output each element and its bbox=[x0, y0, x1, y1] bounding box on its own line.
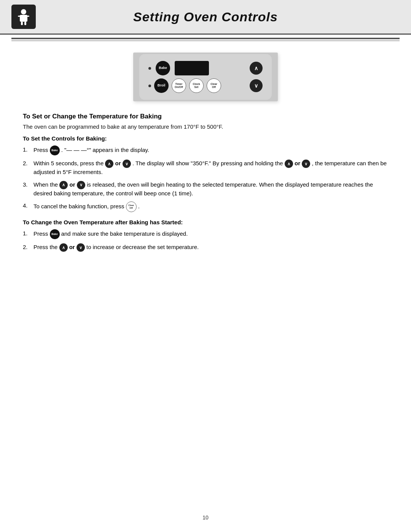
step-1-num: 1. bbox=[23, 145, 33, 154]
main-section-title: To Set or Change the Temperature for Bak… bbox=[23, 113, 388, 120]
main-section-intro: The oven can be programmed to bake at an… bbox=[23, 123, 388, 130]
down-arrow-inline-1: ∨ bbox=[123, 160, 131, 168]
bake-inline-btn-2: Bake bbox=[50, 229, 60, 239]
panel-top-row: Bake ∧ bbox=[148, 61, 263, 75]
display-screen bbox=[175, 61, 209, 75]
svg-rect-3 bbox=[26, 16, 29, 17]
page-title: Setting Oven Controls bbox=[43, 10, 400, 24]
change-step-2-content: Press the ∧ or ∨ to increase or decrease… bbox=[33, 243, 388, 252]
step-3-num: 3. bbox=[23, 181, 33, 189]
subsection2-steps: 1. Press Bake and make sure the bake tem… bbox=[23, 229, 388, 252]
step-2-num: 2. bbox=[23, 159, 33, 168]
step-2: 2. Within 5 seconds, press the ∧ or ∨ . … bbox=[23, 159, 388, 177]
subsection1-title: To Set the Controls for Baking: bbox=[23, 135, 388, 142]
broil-button-panel: Broil bbox=[154, 78, 169, 93]
panel-dot-top bbox=[148, 67, 151, 70]
down-arrow-inline-2: ∨ bbox=[302, 160, 310, 168]
step-1-content: Press Bake . "— — —°" appears in the dis… bbox=[33, 145, 388, 155]
up-arrow-inline-2: ∧ bbox=[285, 160, 293, 168]
main-content: To Set or Change the Temperature for Bak… bbox=[0, 109, 411, 274]
svg-rect-5 bbox=[24, 22, 26, 25]
up-arrow-inline-1: ∧ bbox=[105, 160, 113, 168]
thick-line bbox=[11, 38, 400, 39]
page-footer: 10 bbox=[0, 514, 411, 521]
up-arrow-inline-4: ∧ bbox=[59, 243, 68, 252]
step-1: 1. Press Bake . "— — —°" appears in the … bbox=[23, 145, 388, 155]
svg-rect-1 bbox=[20, 15, 27, 22]
step-3: 3. When the ∧ or ∨ is released, the oven… bbox=[23, 181, 388, 198]
up-arrow-inline-3: ∧ bbox=[59, 181, 68, 189]
change-step-1-num: 1. bbox=[23, 229, 33, 238]
subsection1-steps: 1. Press Bake . "— — —°" appears in the … bbox=[23, 145, 388, 212]
step-3-content: When the ∧ or ∨ is released, the oven wi… bbox=[33, 181, 388, 198]
decorative-lines bbox=[0, 35, 411, 41]
change-step-2: 2. Press the ∧ or ∨ to increase or decre… bbox=[23, 243, 388, 252]
clear-button-panel: ClearOff bbox=[207, 78, 221, 93]
step-4-num: 4. bbox=[23, 201, 33, 210]
control-panel-area: Bake ∧ Broil TimerOn/Off ClockSet ClearO… bbox=[0, 41, 411, 109]
clock-button-panel: ClockSet bbox=[189, 78, 204, 93]
bake-button-panel: Bake bbox=[156, 61, 170, 75]
svg-rect-4 bbox=[21, 22, 23, 25]
svg-rect-2 bbox=[18, 16, 21, 17]
step-2-content: Within 5 seconds, press the ∧ or ∨ . The… bbox=[33, 159, 388, 177]
panel-dot-bottom bbox=[148, 85, 151, 87]
change-step-1: 1. Press Bake and make sure the bake tem… bbox=[23, 229, 388, 239]
svg-point-0 bbox=[21, 9, 26, 14]
subsection2-title: To Change the Oven Temperature after Bak… bbox=[23, 219, 388, 225]
down-arrow-inline-4: ∨ bbox=[76, 243, 85, 252]
change-step-1-content: Press Bake and make sure the bake temper… bbox=[33, 229, 388, 239]
change-step-2-num: 2. bbox=[23, 243, 33, 252]
up-arrow-panel: ∧ bbox=[250, 62, 263, 75]
step-4-content: To cancel the baking function, press Cle… bbox=[33, 201, 388, 212]
timer-button-panel: TimerOn/Off bbox=[172, 78, 186, 93]
clear-inline-btn: ClearOff bbox=[126, 201, 137, 212]
panel-bottom-row: Broil TimerOn/Off ClockSet ClearOff ∨ bbox=[148, 78, 263, 93]
page-number: 10 bbox=[202, 514, 209, 521]
logo bbox=[11, 5, 36, 29]
down-arrow-panel: ∨ bbox=[250, 79, 263, 92]
down-arrow-inline-3: ∨ bbox=[77, 181, 85, 189]
bake-inline-btn: Bake bbox=[50, 145, 60, 155]
page-header: Setting Oven Controls bbox=[0, 0, 411, 35]
step-4: 4. To cancel the baking function, press … bbox=[23, 201, 388, 212]
